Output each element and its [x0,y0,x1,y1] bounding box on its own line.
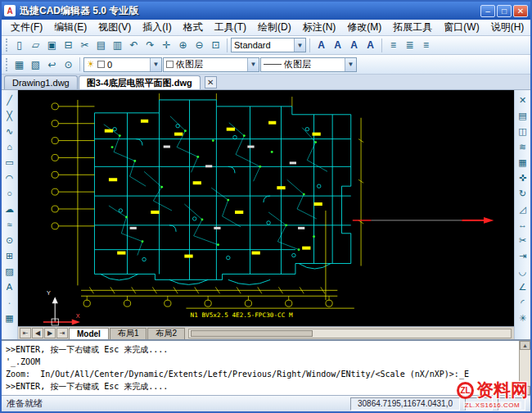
stretch-icon[interactable]: ↔ [516,217,530,232]
copy-object-icon[interactable]: ▤ [516,108,530,123]
polygon-icon[interactable]: ⌂ [2,139,17,154]
pan-icon[interactable]: ✛ [159,38,174,53]
menu-item[interactable]: 修改(M) [341,20,387,35]
menu-item[interactable]: 格式 [178,20,209,35]
polyline-icon[interactable]: ∿ [2,124,17,138]
horizontal-scrollbar[interactable] [188,329,512,338]
layout-tab-2[interactable]: 布局2 [147,328,185,339]
xline-icon[interactable]: ╳ [2,108,17,123]
explode-icon[interactable]: ✳ [516,311,530,325]
layout-tab-model[interactable]: Model [69,328,109,339]
next-layout-button[interactable]: ▶ [44,328,56,338]
menu-bar: 文件(F)编辑(E)视图(V)插入(I)格式工具(T)绘制(D)标注(N)修改(… [2,20,530,36]
ucs-x-label: X [76,313,80,319]
chevron-down-icon[interactable]: ▼ [345,58,356,71]
trim-icon[interactable]: ✂ [516,233,530,247]
rectangle-icon[interactable]: ▭ [2,155,17,170]
menu-item[interactable]: 标注(N) [297,20,342,35]
layer-combo[interactable]: ☀ 0 ▼ [83,57,162,72]
offset-icon[interactable]: ≋ [516,139,530,154]
redo-icon[interactable]: ↷ [142,38,158,53]
paste-icon[interactable]: ▥ [110,38,125,53]
spline-icon[interactable]: ≈ [2,217,17,232]
fillet-icon[interactable]: ◜ [516,295,530,310]
new-file-icon[interactable]: ▯ [11,38,27,53]
text-style-button[interactable]: A [313,38,329,53]
zoom-out-icon[interactable]: ⊖ [192,38,207,53]
line-icon[interactable]: ╱ [2,93,17,107]
menu-item[interactable]: 绘制(D) [252,20,297,35]
single-line-text-button[interactable]: A [330,38,345,53]
menu-item[interactable]: 文件(F) [5,20,48,35]
linetype-combo[interactable]: 依图层 ▼ [260,57,357,72]
first-layout-button[interactable]: ⇤ [20,328,31,338]
align-right-icon[interactable]: ≡ [418,38,434,53]
point-icon[interactable]: ∙ [2,295,17,310]
prev-layout-button[interactable]: ◀ [32,328,43,338]
text-style-combo[interactable]: Standard ▼ [231,38,306,52]
color-combo[interactable]: 依图层 ▼ [163,57,259,72]
layer-isolate-icon[interactable]: ⊙ [61,57,76,72]
zoom-in-icon[interactable]: ⊕ [175,38,191,53]
align-center-icon[interactable]: ≣ [402,38,417,53]
layer-states-icon[interactable]: ▧ [28,57,43,72]
close-button[interactable]: ✕ [513,5,528,17]
scale-icon[interactable]: ◿ [516,202,530,216]
circle-icon[interactable]: ○ [2,186,17,201]
window-controls: – □ ✕ [480,5,528,17]
command-input-area[interactable]: >>ENTER, 按一下右键或 Esc 来完成....'_.ZOOMZoom: … [2,341,519,395]
print-icon[interactable]: ⊟ [61,38,76,53]
layer-value: 0 [107,60,112,70]
layout-tab-1[interactable]: 布局1 [110,328,147,339]
ellipse-icon[interactable]: ⊙ [2,233,17,247]
erase-icon[interactable]: ✕ [516,93,530,107]
save-icon[interactable]: ▣ [44,38,60,53]
tab-floor-plan[interactable]: 图3-4底层电照平面图.dwg [79,75,201,89]
tab-drawing1[interactable]: Drawing1.dwg [4,75,78,89]
copy-icon[interactable]: ▤ [93,38,109,53]
move-icon[interactable]: ✜ [516,170,530,185]
edit-text-button[interactable]: A [363,38,378,53]
scrollbar-thumb[interactable] [191,330,313,337]
toolbar-separator [79,57,80,71]
maximize-button[interactable]: □ [497,5,512,17]
menu-item[interactable]: 工具(T) [209,20,252,35]
cut-icon[interactable]: ✂ [77,38,92,53]
menu-item[interactable]: 视图(V) [92,20,137,35]
menu-item[interactable]: 说明(H) [485,20,530,35]
menu-item[interactable]: 编辑(E) [48,20,92,35]
close-drawing-button[interactable]: ✕ [205,76,217,88]
last-layout-button[interactable]: ⇥ [56,328,68,338]
align-left-icon[interactable]: ≡ [385,38,401,53]
open-file-icon[interactable]: ▱ [28,38,43,53]
command-scrollbar[interactable]: ▲ ▼ [519,341,530,395]
mirror-icon[interactable]: ◫ [516,124,530,138]
menu-item[interactable]: 插入(I) [137,20,177,35]
drawing-canvas[interactable]: N1 BV5x2.5 4E2.5-FPC30-CC M Y X [18,90,514,326]
zoom-extents-icon[interactable]: ⊡ [208,38,223,53]
leader-line [353,217,494,224]
menu-item[interactable]: 拓展工具 [387,20,438,35]
table-icon[interactable]: ▦ [2,311,17,325]
rotate-icon[interactable]: ↻ [516,186,530,201]
multiline-text-button[interactable]: A [346,38,362,53]
scroll-down-icon[interactable]: ▼ [520,386,530,395]
insert-block-icon[interactable]: ⊞ [2,248,17,263]
chevron-down-icon[interactable]: ▼ [294,39,305,52]
layer-manager-icon[interactable]: ▦ [11,57,27,72]
scroll-up-icon[interactable]: ▲ [520,341,530,350]
undo-icon[interactable]: ↶ [126,38,142,53]
revcloud-icon[interactable]: ☁ [2,202,17,216]
menu-item[interactable]: 窗口(W) [438,20,485,35]
arc-icon[interactable]: ◠ [2,170,17,185]
minimize-button[interactable]: – [480,5,495,17]
text-icon[interactable]: A [2,279,17,294]
array-icon[interactable]: ▦ [516,155,530,170]
hatch-icon[interactable]: ▨ [2,264,17,279]
chamfer-icon[interactable]: ∠ [516,279,530,294]
chevron-down-icon[interactable]: ▼ [247,58,259,71]
layer-previous-icon[interactable]: ↩ [44,57,60,72]
break-icon[interactable]: ◡ [516,264,530,279]
extend-icon[interactable]: ⇥ [516,248,530,263]
chevron-down-icon[interactable]: ▼ [150,58,161,71]
